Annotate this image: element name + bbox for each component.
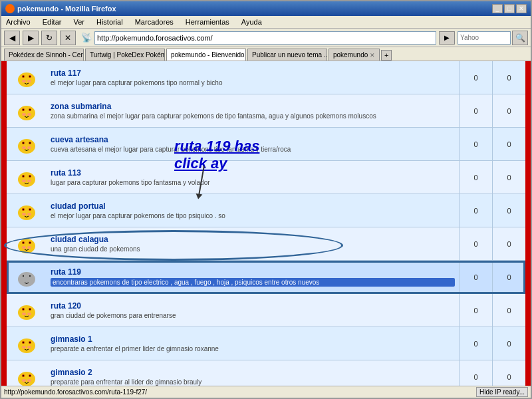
title-bar: pokemundo - Mozilla Firefox _ □ ✕ [1,1,531,16]
pikachu-icon [14,331,39,356]
forum-info-cell: gimnasio 1 preparate a enfrentar el prim… [47,327,459,360]
forum-posts: 0 [459,94,492,127]
left-border [1,61,7,386]
pikachu-icon [14,98,39,124]
minimize-button[interactable]: _ [492,4,503,13]
forward-button[interactable]: ▶ [23,31,39,45]
forum-info-cell: ruta 120 gran ciudad de pokemons para en… [47,294,459,327]
svg-point-43 [22,213,26,215]
svg-point-24 [29,142,31,144]
forum-icon-cell [7,61,47,94]
svg-point-17 [27,113,31,116]
svg-point-75 [22,346,26,348]
tab-close-icon[interactable]: ✕ [370,52,375,59]
forum-name[interactable]: cueva artesana [51,135,455,144]
address-bar[interactable] [94,31,436,45]
content-area: ruta 119 hasclick ay [1,61,531,386]
forum-list: ruta 117 el mejor lugar para capturar po… [7,61,525,386]
main-content[interactable]: ruta 119 hasclick ay [7,61,525,386]
forum-topics: 0 [492,128,525,160]
forum-name[interactable]: ciudad portual [51,201,455,211]
search-input[interactable] [458,31,511,45]
new-tab-button[interactable]: + [381,50,392,61]
forum-posts: 0 [459,61,492,94]
forum-name-ruta119[interactable]: ruta 119 [51,267,455,277]
forum-desc: cueva artesana el mejor lugar para captu… [51,146,455,153]
tab-pokemundo-bienvenido[interactable]: pokemundo - Bienvenido a la ...✕ [166,49,246,61]
svg-point-67 [27,313,31,315]
svg-point-42 [29,209,31,210]
pikachu-icon [14,65,39,90]
svg-point-83 [29,375,31,376]
status-url: http://pokemundo.forosactivos.com/ruta-1… [4,388,476,396]
forum-info-cell: ciudad calagua una gran ciudad de pokemo… [47,227,459,260]
forum-info-cell: cueva artesana cueva artesana el mejor l… [47,128,459,160]
menu-historial[interactable]: Historial [94,17,125,27]
svg-point-84 [22,379,26,382]
pikachu-icon [14,364,39,386]
forum-row: ruta 120 gran ciudad de pokemons para en… [7,294,525,327]
tab-pokemundo[interactable]: pokemundo✕ [329,49,380,61]
forum-topics: 0 [492,261,525,293]
svg-point-52 [22,246,26,249]
tabs-bar: Pokédex de Sinnoh - Centro ...✕ Turtwig … [1,47,531,61]
back-button[interactable]: ◀ [4,31,20,45]
hide-ip-button[interactable]: Hide IP ready... [476,387,528,397]
menu-marcadores[interactable]: Marcadores [133,17,176,27]
tab-pokédex[interactable]: Pokédex de Sinnoh - Centro ...✕ [4,49,84,61]
forum-row: ciudad calagua una gran ciudad de pokemo… [7,227,525,261]
forum-icon-cell [7,161,47,194]
forum-row-ruta-119[interactable]: ruta 119 encontraras pokemons de tipo el… [7,261,525,294]
svg-point-26 [27,146,31,149]
tab-turtwig[interactable]: Turtwig | PokeDex Pokémon ...✕ [85,49,165,61]
forum-row: ciudad portual el mejor lugar para captu… [7,194,525,227]
forum-name[interactable]: ruta 120 [51,301,455,311]
forum-topics: 0 [492,161,525,194]
svg-point-85 [27,379,31,382]
reload-button[interactable]: ↻ [41,31,57,45]
menu-ayuda[interactable]: Ayuda [239,17,264,27]
forum-posts: 0 [459,327,492,360]
close-button[interactable]: ✕ [516,4,527,13]
forum-name[interactable]: ciudad calagua [51,235,455,244]
forum-row: gimnasio 2 preparate para enfrentar al l… [7,360,525,386]
menu-archivo[interactable]: Archivo [4,17,33,27]
forum-topics: 0 [492,194,525,227]
forum-name[interactable]: ruta 113 [51,168,455,178]
forum-name[interactable]: gimnasio 1 [51,334,455,344]
toolbar: ◀ ▶ ↻ ✕ 📡 ▶ 🔍 [1,29,531,47]
forum-desc: el mejor lugar para capturar pokemons ti… [51,79,455,86]
forum-name[interactable]: gimnasio 2 [51,368,455,377]
forum-name[interactable]: zona submarina [51,102,455,111]
pikachu-icon [14,265,39,290]
svg-point-66 [22,313,26,315]
search-button[interactable]: 🔍 [512,31,528,45]
menu-ver[interactable]: Ver [71,17,86,27]
status-bar: http://pokemundo.forosactivos.com/ruta-1… [1,386,531,398]
go-button[interactable]: ▶ [439,31,455,45]
svg-point-9 [18,106,35,120]
forum-row: ruta 117 el mejor lugar para capturar po… [7,61,525,94]
svg-point-34 [22,180,26,182]
forum-icon-cell [7,360,47,386]
svg-point-77 [18,372,35,386]
menu-herramientas[interactable]: Herramientas [184,17,231,27]
forum-info-cell: zona submarina zona submarina el mejor l… [47,94,459,127]
firefox-icon [5,4,15,13]
menu-editar[interactable]: Editar [41,17,64,27]
svg-point-35 [27,180,31,182]
svg-point-27 [18,172,35,187]
forum-posts: 0 [459,261,492,293]
maximize-button[interactable]: □ [504,4,515,13]
svg-point-45 [18,239,35,253]
tab-publicar[interactable]: Publicar un nuevo tema ...✕ [247,49,327,61]
stop-button[interactable]: ✕ [60,31,76,45]
forum-desc-ruta119: encontraras pokemons de tipo electrico ,… [51,278,455,287]
forum-posts: 0 [459,194,492,227]
forum-icon-cell [7,194,47,227]
title-bar-left: pokemundo - Mozilla Firefox [5,4,116,13]
forum-name[interactable]: ruta 117 [51,68,455,78]
pikachu-icon [14,132,39,157]
forum-posts: 0 [459,294,492,327]
svg-point-41 [23,209,24,210]
